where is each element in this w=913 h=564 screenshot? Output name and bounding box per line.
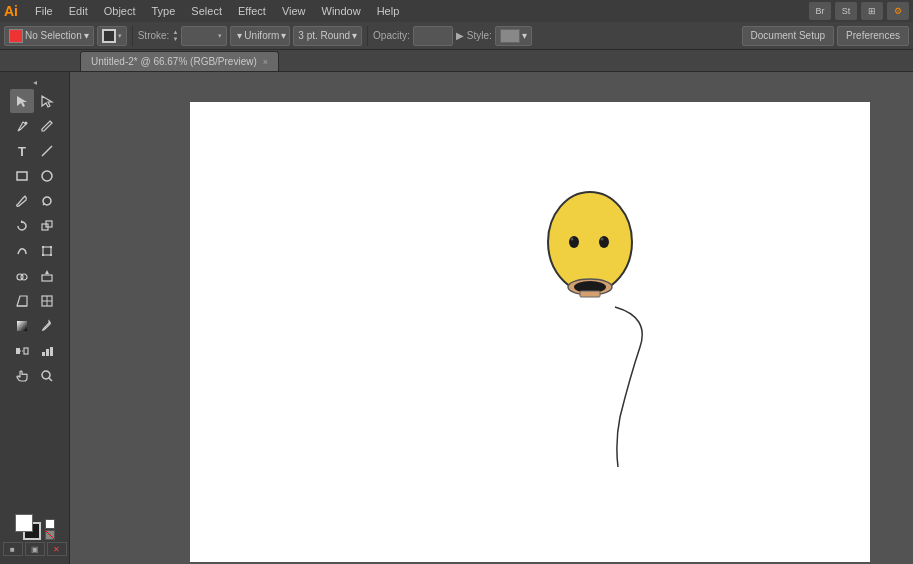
- svg-rect-15: [50, 254, 52, 256]
- menu-help[interactable]: Help: [370, 3, 407, 19]
- svg-marker-19: [45, 270, 49, 274]
- stroke-value-input[interactable]: 1 pt ▾: [181, 26, 227, 46]
- selection-dropdown[interactable]: No Selection ▾: [4, 26, 94, 46]
- round-type-label: 3 pt. Round: [298, 30, 350, 41]
- tool-row-11: [10, 339, 59, 363]
- direct-selection-tool[interactable]: [35, 89, 59, 113]
- style-caret: ▾: [522, 30, 527, 41]
- pencil-tool[interactable]: [35, 114, 59, 138]
- rotate-tool[interactable]: [10, 214, 34, 238]
- svg-point-17: [21, 274, 27, 280]
- tool-row-8: [10, 264, 59, 288]
- stroke-spinners[interactable]: ▲▼: [172, 29, 178, 43]
- stroke-type-label: Uniform: [244, 30, 279, 41]
- svg-rect-28: [24, 348, 28, 354]
- round-type-dropdown[interactable]: 3 pt. Round ▾: [293, 26, 362, 46]
- pen-tool[interactable]: [10, 114, 34, 138]
- tool-row-5: [10, 189, 59, 213]
- svg-marker-1: [42, 96, 52, 107]
- style-preview: [500, 29, 520, 43]
- canvas-area[interactable]: [70, 72, 913, 564]
- menu-object[interactable]: Object: [97, 3, 143, 19]
- canvas-paper: [190, 102, 870, 562]
- menu-window[interactable]: Window: [315, 3, 368, 19]
- selection-label: No Selection: [25, 30, 82, 41]
- svg-rect-14: [42, 254, 44, 256]
- svg-point-33: [42, 371, 50, 379]
- stroke-color-caret: ▾: [118, 32, 122, 40]
- blend-tool[interactable]: [10, 339, 34, 363]
- opacity-value-field[interactable]: 100%: [418, 30, 448, 41]
- shape-builder-tool[interactable]: [10, 264, 34, 288]
- ellipse-tool[interactable]: [35, 164, 59, 188]
- svg-point-26: [43, 329, 45, 331]
- menu-file[interactable]: File: [28, 3, 60, 19]
- stock-icon[interactable]: St: [835, 2, 857, 20]
- svg-point-35: [548, 192, 632, 292]
- chart-tool[interactable]: [35, 339, 59, 363]
- perspective-tool[interactable]: [10, 289, 34, 313]
- tab-close-button[interactable]: ×: [263, 57, 268, 67]
- tool-row-12: [10, 364, 59, 388]
- svg-rect-31: [46, 349, 49, 356]
- warp-tool[interactable]: [10, 239, 34, 263]
- tab-title: Untitled-2* @ 66.67% (RGB/Preview): [91, 56, 257, 67]
- swatch-row-main: [15, 514, 55, 540]
- tab-bar: Untitled-2* @ 66.67% (RGB/Preview) ×: [0, 50, 913, 72]
- tool-row-7: [10, 239, 59, 263]
- bridge-icon[interactable]: Br: [809, 2, 831, 20]
- hand-tool[interactable]: [10, 364, 34, 388]
- zoom-tool[interactable]: [35, 364, 59, 388]
- menu-edit[interactable]: Edit: [62, 3, 95, 19]
- stroke-color-control[interactable]: ▾: [97, 26, 127, 46]
- svg-point-37: [571, 238, 574, 241]
- line-tool[interactable]: [35, 139, 59, 163]
- menu-select[interactable]: Select: [184, 3, 229, 19]
- document-tab[interactable]: Untitled-2* @ 66.67% (RGB/Preview) ×: [80, 51, 279, 71]
- none-mode[interactable]: ✕: [47, 542, 67, 556]
- fill-swatch[interactable]: [15, 514, 33, 532]
- stroke-line-dropdown[interactable]: ▾ Uniform ▾: [230, 26, 290, 46]
- stroke-unit-caret: ▾: [218, 32, 222, 40]
- illustration: [530, 187, 690, 469]
- svg-line-34: [49, 378, 52, 381]
- gradient-mode[interactable]: ▣: [25, 542, 45, 556]
- svg-rect-25: [17, 321, 27, 331]
- selection-tool[interactable]: [10, 89, 34, 113]
- paintbrush-tool[interactable]: [10, 189, 34, 213]
- tool-row-6: [10, 214, 59, 238]
- tool-row-2: [10, 114, 59, 138]
- toolbox-collapse[interactable]: ◂: [0, 76, 70, 88]
- none-color[interactable]: [45, 530, 55, 540]
- svg-point-38: [599, 236, 609, 248]
- svg-rect-27: [16, 348, 20, 354]
- menu-type[interactable]: Type: [145, 3, 183, 19]
- rectangle-tool[interactable]: [10, 164, 34, 188]
- app-logo: Ai: [4, 3, 18, 19]
- svg-rect-13: [50, 246, 52, 248]
- opacity-expand[interactable]: ▶: [456, 30, 464, 41]
- menu-view[interactable]: View: [275, 3, 313, 19]
- eyedropper-tool[interactable]: [35, 314, 59, 338]
- stroke-value-field[interactable]: 1 pt: [186, 30, 216, 41]
- preferences-button[interactable]: Preferences: [837, 26, 909, 46]
- grid-icon[interactable]: ⊞: [861, 2, 883, 20]
- svg-rect-42: [580, 291, 600, 297]
- scale-tool[interactable]: [35, 214, 59, 238]
- flame-icon[interactable]: ⚙: [887, 2, 909, 20]
- blob-tool[interactable]: [35, 189, 59, 213]
- style-dropdown[interactable]: ▾: [495, 26, 532, 46]
- menu-effect[interactable]: Effect: [231, 3, 273, 19]
- gradient-tool[interactable]: [10, 314, 34, 338]
- color-mode[interactable]: ■: [3, 542, 23, 556]
- free-transform-tool[interactable]: [35, 239, 59, 263]
- live-paint-tool[interactable]: [35, 264, 59, 288]
- default-colors[interactable]: [45, 519, 55, 529]
- mesh-tool[interactable]: [35, 289, 59, 313]
- svg-marker-20: [17, 296, 27, 306]
- tool-row-3: T: [10, 139, 59, 163]
- type-tool[interactable]: T: [10, 139, 34, 163]
- opacity-control[interactable]: 100%: [413, 26, 453, 46]
- document-setup-button[interactable]: Document Setup: [742, 26, 835, 46]
- svg-rect-11: [43, 247, 51, 255]
